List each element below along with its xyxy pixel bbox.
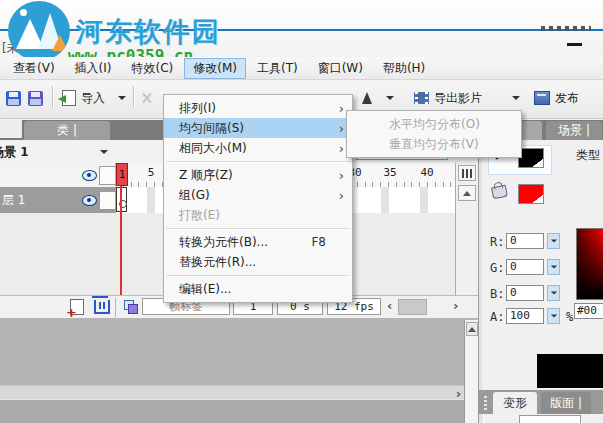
chevron-up-icon — [463, 191, 471, 196]
menu-item-replace-symbol[interactable]: 替换元件(R)... — [164, 252, 352, 272]
ruler-label: 35 — [381, 166, 399, 179]
save-icon — [6, 91, 21, 106]
timeline-scroll-right-button[interactable]: › — [453, 300, 458, 312]
menu-tools[interactable]: 工具(T) — [248, 58, 307, 79]
menu-modify[interactable]: 修改(M) — [184, 58, 246, 79]
export-movie-label: 导出影片 — [434, 90, 482, 107]
timeline-scroll-up-button[interactable] — [458, 185, 476, 201]
menu-help[interactable]: 帮助(H) — [374, 58, 434, 79]
menu-view[interactable]: 查看(V) — [4, 58, 64, 79]
save-button[interactable] — [6, 86, 21, 110]
menu-item-same-size[interactable]: 相同大小(M) › — [164, 138, 352, 158]
chevron-down-icon — [550, 239, 556, 242]
ruler-label: 5 — [142, 166, 160, 179]
menu-item-convert-to-symbol[interactable]: 转换为元件(B)... F8 — [164, 232, 352, 252]
green-spinner[interactable] — [547, 259, 560, 275]
cut-icon — [141, 92, 153, 104]
stage-area[interactable]: › — [0, 318, 478, 423]
chevron-down-icon[interactable] — [100, 150, 108, 154]
menu-shortcut: F8 — [311, 235, 326, 249]
ink-bottle-button[interactable] — [362, 86, 372, 110]
add-layer-button[interactable] — [70, 299, 84, 315]
menu-item-distribute-vertical[interactable]: 垂直均匀分布(V) — [347, 134, 521, 154]
minimize-button[interactable] — [567, 43, 582, 46]
outline-column-header[interactable] — [99, 166, 116, 185]
menu-effects[interactable]: 特效(C) — [122, 58, 182, 79]
blue-label: B: — [490, 287, 504, 301]
scene-label[interactable]: 场景 1 — [0, 144, 29, 161]
import-dropdown[interactable] — [118, 86, 126, 110]
lower-panel-edge — [0, 399, 464, 423]
menu-item-arrange[interactable]: 排列(I) › — [164, 98, 352, 118]
submenu-arrow-icon: › — [339, 168, 344, 183]
chevron-down-icon — [550, 265, 556, 268]
layer-header[interactable]: 层 1 — [0, 187, 115, 214]
color-gradient-picker[interactable] — [576, 228, 603, 300]
red-spinner[interactable] — [547, 233, 560, 249]
cut-button[interactable] — [141, 86, 153, 110]
panel-grip[interactable] — [484, 394, 487, 410]
transform-input-partial[interactable] — [519, 415, 581, 423]
application-window: [未命名] 河东软件园 www.pc0359.cn 查看(V) 插入(I) 特效… — [0, 0, 603, 423]
type-label: 类型 — [576, 147, 600, 164]
stage-vertical-scrollbar[interactable] — [464, 320, 479, 423]
outline-toggle[interactable] — [99, 191, 116, 210]
green-input[interactable]: 0 — [506, 259, 544, 275]
ruler-label: 40 — [418, 166, 436, 179]
eye-icon[interactable] — [82, 170, 97, 181]
watermark-logo-icon — [8, 1, 70, 61]
fill-color-swatch[interactable] — [518, 184, 544, 204]
ink-bottle-dropdown[interactable] — [386, 86, 394, 110]
submenu-arrow-icon: › — [339, 121, 344, 136]
menu-item-z-order[interactable]: Z 顺序(Z) › — [164, 165, 352, 185]
tab-scene-panel[interactable]: 场景 | — [546, 121, 602, 140]
red-input[interactable]: 0 — [506, 233, 544, 249]
stage-horizontal-scrollbar[interactable]: › — [0, 385, 464, 400]
menu-item-distribute-horizontal[interactable]: 水平均匀分布(O) — [347, 114, 521, 134]
onion-skin-button[interactable] — [124, 300, 134, 310]
hex-color-input[interactable]: #00 — [574, 303, 603, 319]
alpha-label: A: — [490, 310, 504, 324]
menu-separator — [166, 275, 350, 276]
blue-input[interactable]: 0 — [506, 285, 544, 301]
blue-spinner[interactable] — [547, 285, 560, 301]
alpha-input[interactable]: 100 — [506, 308, 544, 324]
menu-bar: 查看(V) 插入(I) 特效(C) 修改(M) 工具(T) 窗口(W) 帮助(H… — [0, 57, 603, 80]
tab-timeline[interactable]: 类 | — [24, 121, 110, 140]
publish-button[interactable]: 发布 — [534, 86, 579, 110]
tab-layout[interactable]: 版面 | — [541, 392, 591, 414]
export-movie-icon — [414, 92, 429, 104]
watermark-site-name: 河东软件园 — [76, 14, 221, 50]
export-dropdown[interactable] — [512, 86, 520, 110]
delete-layer-button[interactable] — [94, 300, 110, 314]
chevron-down-icon — [550, 314, 556, 317]
menu-insert[interactable]: 插入(I) — [66, 58, 121, 79]
chevron-down-icon — [386, 96, 394, 100]
timeline-scroll-thumb[interactable] — [398, 299, 427, 315]
save-all-button[interactable] — [28, 86, 43, 110]
percent-label: % — [566, 310, 573, 324]
menu-item-group[interactable]: 组(G) › — [164, 185, 352, 205]
import-button[interactable]: 导入 — [62, 86, 105, 110]
timeline-scroll-left-button[interactable]: ‹ — [387, 300, 392, 312]
playhead-frame-marker[interactable]: 1 — [116, 163, 128, 186]
import-icon — [62, 90, 76, 106]
menu-window[interactable]: 窗口(W) — [309, 58, 372, 79]
eye-icon[interactable] — [82, 195, 97, 206]
layer-name[interactable]: 层 1 — [2, 192, 25, 209]
color-mixer-panel: 类型 R: 0 G: 0 B: 0 A: 100 % #00 — [482, 140, 603, 390]
import-label: 导入 — [81, 90, 105, 107]
frame-view-button[interactable] — [458, 165, 476, 181]
menu-item-break-apart[interactable]: 打散(E) — [164, 205, 352, 225]
ink-bottle-icon — [362, 92, 372, 104]
stage-scroll-up-button[interactable] — [466, 322, 478, 336]
toolbar-separator — [52, 86, 53, 108]
menu-separator — [166, 228, 350, 229]
separator — [115, 298, 116, 317]
export-movie-button[interactable]: 导出影片 — [414, 86, 482, 110]
tab-transform[interactable]: 变形 — [493, 392, 537, 414]
alpha-spinner[interactable] — [547, 308, 560, 324]
menu-item-space-evenly[interactable]: 均匀间隔(S) › — [164, 118, 352, 138]
menu-item-edit[interactable]: 编辑(E)... — [164, 279, 352, 299]
color-preview-swatch — [537, 354, 603, 388]
